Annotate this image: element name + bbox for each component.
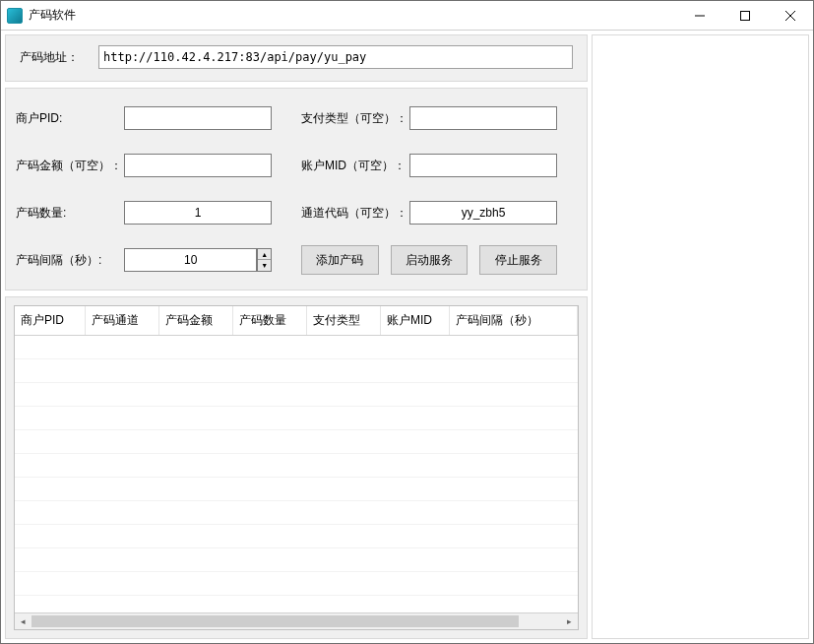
col-merchant-pid[interactable]: 商户PID <box>15 306 86 335</box>
spinner-buttons: ▲ ▼ <box>257 248 272 272</box>
col-pay-type[interactable]: 支付类型 <box>307 306 381 335</box>
merchant-pid-input[interactable] <box>124 106 272 130</box>
close-icon <box>785 11 795 21</box>
scroll-left-icon[interactable]: ◂ <box>15 613 31 629</box>
account-mid-input[interactable] <box>409 154 557 177</box>
horizontal-scrollbar[interactable]: ◂ ▸ <box>15 612 578 629</box>
interval-label: 产码间隔（秒）: <box>16 252 124 269</box>
minimize-icon <box>695 11 705 21</box>
col-interval[interactable]: 产码间隔（秒） <box>450 306 578 335</box>
scroll-right-icon[interactable]: ▸ <box>561 613 578 629</box>
pay-type-input[interactable] <box>409 106 557 130</box>
add-button[interactable]: 添加产码 <box>301 245 379 275</box>
grid-body[interactable] <box>15 336 578 612</box>
col-account-mid[interactable]: 账户MID <box>381 306 450 335</box>
quantity-label: 产码数量: <box>16 205 124 222</box>
col-quantity[interactable]: 产码数量 <box>233 306 307 335</box>
scroll-track[interactable] <box>31 613 561 629</box>
address-group: 产码地址： <box>5 34 588 82</box>
amount-label: 产码金额（可空）： <box>16 158 124 174</box>
account-mid-label: 账户MID（可空）： <box>301 158 409 174</box>
form-group: 商户PID: 支付类型（可空）： 产码金额（可空）： 账户MID（可空）： 产码… <box>5 88 588 290</box>
scroll-thumb[interactable] <box>31 615 519 627</box>
minimize-button[interactable] <box>677 1 722 31</box>
start-button[interactable]: 启动服务 <box>391 245 469 275</box>
merchant-pid-label: 商户PID: <box>16 110 124 127</box>
interval-spinner: ▲ ▼ <box>124 248 272 272</box>
grid-header: 商户PID 产码通道 产码金额 产码数量 支付类型 账户MID 产码间隔（秒） <box>15 306 578 336</box>
title-bar: 产码软件 <box>1 1 813 31</box>
app-window: 产码软件 产码地址： 商户PID: 支付类型（可空）： <box>0 0 814 644</box>
app-icon <box>7 8 23 24</box>
channel-code-label: 通道代码（可空）： <box>301 205 409 222</box>
spinner-down-button[interactable]: ▼ <box>258 260 271 271</box>
col-channel[interactable]: 产码通道 <box>86 306 159 335</box>
maximize-icon <box>740 11 750 21</box>
quantity-input[interactable] <box>124 201 272 225</box>
window-title: 产码软件 <box>29 7 76 24</box>
amount-input[interactable] <box>124 154 272 177</box>
close-button[interactable] <box>768 1 813 31</box>
log-panel[interactable] <box>592 34 809 639</box>
maximize-button[interactable] <box>722 1 768 31</box>
data-grid: 商户PID 产码通道 产码金额 产码数量 支付类型 账户MID 产码间隔（秒） … <box>14 305 579 630</box>
pay-type-label: 支付类型（可空）： <box>301 110 409 127</box>
main-panel: 产码地址： 商户PID: 支付类型（可空）： 产码金额（可空）： 账户MID（可… <box>5 34 588 639</box>
address-input[interactable] <box>98 45 573 69</box>
spinner-up-button[interactable]: ▲ <box>258 249 271 260</box>
stop-button[interactable]: 停止服务 <box>479 245 557 275</box>
address-label: 产码地址： <box>20 49 79 66</box>
table-group: 商户PID 产码通道 产码金额 产码数量 支付类型 账户MID 产码间隔（秒） … <box>5 296 588 639</box>
client-area: 产码地址： 商户PID: 支付类型（可空）： 产码金额（可空）： 账户MID（可… <box>1 31 813 643</box>
col-amount[interactable]: 产码金额 <box>159 306 233 335</box>
svg-rect-1 <box>741 11 750 20</box>
channel-code-input[interactable] <box>409 201 557 225</box>
interval-input[interactable] <box>124 248 257 272</box>
